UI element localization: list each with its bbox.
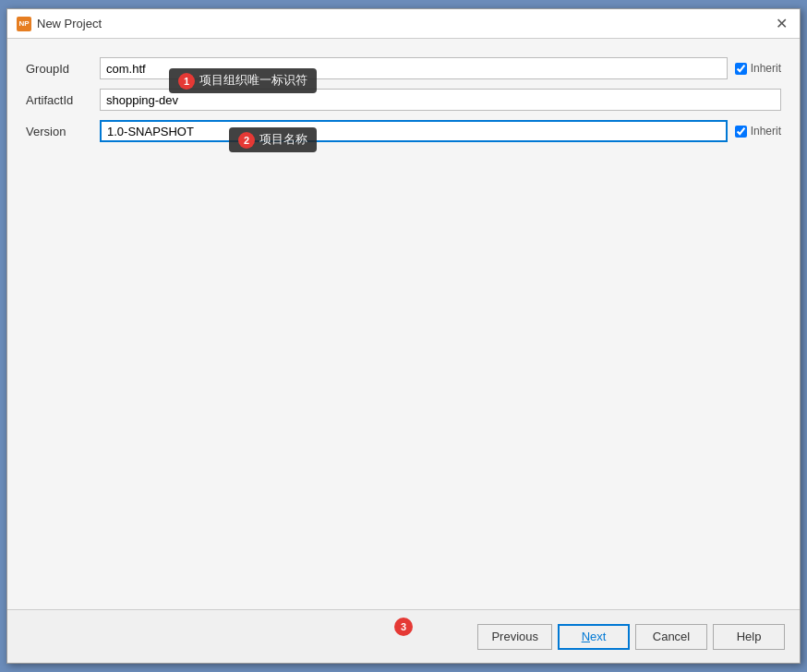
dialog-title: New Project xyxy=(37,17,102,30)
dialog-footer: 3 Previous Next Cancel Help xyxy=(7,609,800,663)
version-inherit-checkbox[interactable] xyxy=(735,126,747,138)
close-button[interactable]: ✕ xyxy=(772,15,790,33)
new-project-dialog: NP New Project ✕ GroupId Inherit 1项目组织唯一… xyxy=(6,8,801,664)
version-row: Version Inherit xyxy=(26,120,781,142)
next-label: Next xyxy=(582,630,607,643)
groupid-inherit-checkbox[interactable] xyxy=(735,63,747,75)
title-bar-left: NP New Project xyxy=(17,17,102,31)
groupid-label: GroupId xyxy=(26,62,100,76)
groupid-input[interactable] xyxy=(100,57,728,79)
groupid-row: GroupId Inherit 1项目组织唯一标识符 xyxy=(26,57,781,79)
title-bar: NP New Project ✕ xyxy=(7,9,800,39)
version-inherit-label: Inherit xyxy=(751,125,781,138)
cancel-button[interactable]: Cancel xyxy=(635,624,707,650)
dialog-icon: NP xyxy=(17,17,31,31)
dialog-body: GroupId Inherit 1项目组织唯一标识符 ArtifactId 2项… xyxy=(7,39,800,609)
groupid-inherit-label: Inherit xyxy=(751,62,781,75)
next-button[interactable]: Next xyxy=(558,624,630,650)
version-inherit: Inherit xyxy=(735,125,781,138)
version-input[interactable] xyxy=(100,120,728,142)
badge-3: 3 xyxy=(394,618,413,636)
artifactid-input[interactable] xyxy=(100,89,781,111)
help-button[interactable]: Help xyxy=(713,624,785,650)
groupid-inherit: Inherit xyxy=(735,62,781,75)
artifactid-label: ArtifactId xyxy=(26,93,100,107)
artifactid-row: ArtifactId 2项目名称 xyxy=(26,89,781,111)
version-label: Version xyxy=(26,125,100,138)
previous-button[interactable]: Previous xyxy=(477,624,552,650)
